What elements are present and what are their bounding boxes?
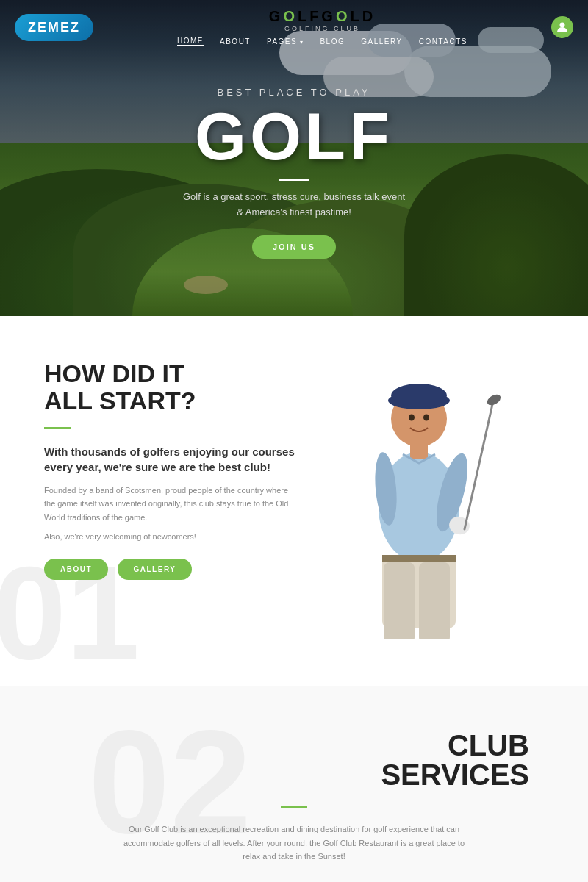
svg-rect-15 — [384, 562, 415, 639]
brand-o1: O — [283, 8, 298, 24]
section1-text: HOW DID IT ALL START? With thousands of … — [44, 360, 323, 580]
hero-divider — [279, 179, 309, 181]
section-club-services: 02 CLUB SERVICES Our Golf Club is an exc… — [0, 686, 588, 882]
nav-home[interactable]: HOME — [177, 37, 204, 46]
nav-pages[interactable]: PAGES — [267, 37, 304, 46]
svg-rect-16 — [419, 562, 450, 639]
green-divider — [44, 427, 71, 429]
section1-bold-text: With thousands of golfers enjoying our c… — [44, 444, 301, 475]
section2-description: Our Golf Club is an exceptional recreati… — [118, 822, 470, 864]
join-us-button[interactable]: JOIN US — [252, 235, 336, 259]
section2-header: CLUB SERVICES — [29, 731, 559, 789]
brand-text-g: G — [269, 8, 284, 24]
svg-point-6 — [423, 415, 429, 421]
hero-subtitle: BEST PLACE TO PLAY — [217, 87, 370, 98]
svg-rect-14 — [382, 555, 456, 562]
section1-body-text: Founded by a band of Scotsmen, proud peo… — [44, 484, 301, 525]
nav-about[interactable]: ABOUT — [220, 37, 251, 46]
nav-contacts[interactable]: CONTACTS — [419, 37, 467, 46]
brand-center: GOLFGOLD GOLFING CLUB HOME ABOUT PAGES B… — [177, 9, 467, 46]
nav-gallery[interactable]: GALLERY — [361, 37, 402, 46]
svg-point-12 — [485, 392, 502, 407]
zemez-logo: ZEMEZ — [15, 14, 93, 41]
hero-section: ZEMEZ GOLFGOLD GOLFING CLUB HOME ABOUT P… — [0, 0, 588, 316]
nav-blog[interactable]: BLOG — [320, 37, 345, 46]
brand-o2: O — [336, 8, 351, 24]
brand-subtitle: GOLFING CLUB — [177, 25, 467, 32]
hero-content: BEST PLACE TO PLAY GOLF Golf is a great … — [0, 0, 588, 316]
section2-green-divider — [281, 806, 307, 808]
gallery-button[interactable]: GALLERY — [118, 559, 193, 580]
svg-point-5 — [409, 415, 415, 421]
svg-point-0 — [559, 23, 564, 28]
person-icon — [556, 21, 568, 33]
section1-heading: HOW DID IT ALL START? — [44, 360, 301, 415]
brand-text-lfg: LFG — [298, 8, 336, 24]
svg-point-4 — [391, 384, 447, 407]
hero-title: GOLF — [195, 104, 393, 170]
section1-image — [323, 345, 544, 642]
golfer-image — [323, 345, 514, 639]
hero-description: Golf is a great sport, stress cure, busi… — [183, 190, 405, 220]
user-icon[interactable] — [551, 16, 573, 38]
brand-name: GOLFGOLD — [177, 9, 467, 24]
section2-inner: CLUB SERVICES Our Golf Club is an except… — [0, 731, 588, 882]
brand-text-ld: LD — [351, 8, 376, 24]
section-how-start: 01 HOW DID IT ALL START? With thousands … — [0, 316, 588, 686]
section1-inner: HOW DID IT ALL START? With thousands of … — [0, 360, 588, 642]
svg-line-11 — [465, 404, 492, 529]
section2-heading: CLUB SERVICES — [381, 731, 529, 789]
section1-also: Also, we're very welcoming of newcomers! — [44, 532, 301, 541]
nav-row: HOME ABOUT PAGES BLOG GALLERY CONTACTS — [177, 37, 467, 46]
top-bar: ZEMEZ GOLFGOLD GOLFING CLUB HOME ABOUT P… — [0, 0, 588, 46]
svg-rect-7 — [410, 444, 428, 459]
about-button[interactable]: ABOUT — [44, 559, 108, 580]
